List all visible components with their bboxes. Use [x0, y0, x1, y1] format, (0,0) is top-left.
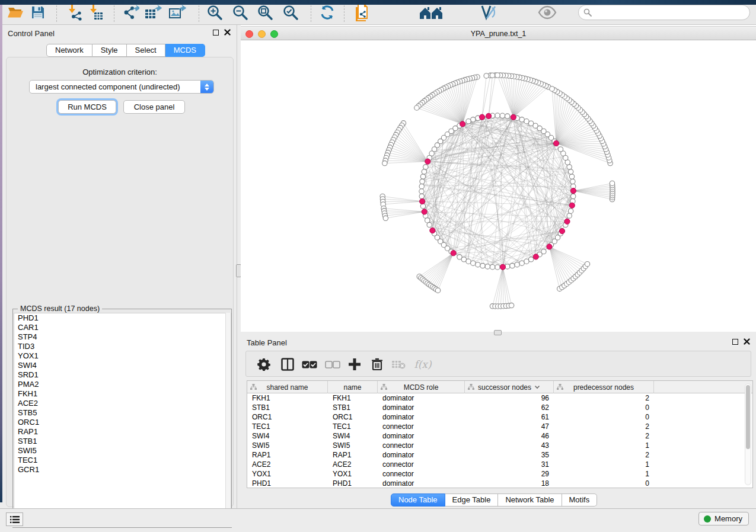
table-row[interactable]: RAP1RAP1dominator352	[247, 450, 752, 460]
gear-icon[interactable]	[255, 355, 273, 373]
network-node[interactable]	[419, 189, 424, 194]
mcds-result-list[interactable]: PHD1CAR1STP4TID3YOX1SWI4SRD1PMA2FKH1ACE2…	[14, 313, 231, 527]
network-node[interactable]	[485, 264, 490, 269]
mcds-result-item[interactable]: STB1	[14, 437, 231, 446]
network-node[interactable]	[435, 288, 440, 293]
network-node[interactable]	[423, 165, 428, 169]
table-row[interactable]: YOX1YOX1connector291	[247, 469, 752, 479]
network-file-icon[interactable]	[352, 3, 371, 22]
network-node[interactable]	[420, 174, 425, 179]
network-node[interactable]	[466, 119, 471, 124]
network-node[interactable]	[471, 261, 476, 265]
network-dominator-node[interactable]	[451, 251, 456, 256]
network-node[interactable]	[419, 184, 424, 188]
table-row[interactable]: FKH1FKH1dominator962	[247, 393, 752, 403]
run-mcds-button[interactable]: Run MCDS	[58, 100, 116, 114]
network-node[interactable]	[567, 165, 572, 169]
import-network-icon[interactable]	[65, 3, 84, 22]
tab-mcds[interactable]: MCDS	[165, 44, 205, 57]
open-folder-icon[interactable]	[6, 3, 25, 22]
network-dominator-node[interactable]	[500, 264, 505, 270]
add-column-icon[interactable]	[346, 355, 363, 373]
network-node[interactable]	[382, 161, 387, 165]
mcds-result-item[interactable]: CAR1	[14, 323, 231, 332]
tab-network[interactable]: Network	[46, 44, 92, 57]
network-node[interactable]	[550, 86, 554, 91]
network-dominator-node[interactable]	[425, 159, 430, 164]
optimization-criterion-select[interactable]: largest connected component (undirected)	[29, 80, 214, 94]
mcds-result-item[interactable]: STP4	[14, 332, 231, 342]
network-node[interactable]	[471, 117, 476, 122]
network-node[interactable]	[519, 261, 524, 265]
zoom-fit-icon[interactable]	[256, 3, 275, 22]
network-node[interactable]	[558, 147, 563, 152]
mcds-result-item[interactable]: RAP1	[14, 427, 231, 437]
network-node[interactable]	[420, 204, 425, 209]
network-node[interactable]	[570, 179, 575, 184]
save-icon[interactable]	[28, 3, 47, 22]
split-columns-icon[interactable]	[279, 355, 296, 373]
search-field[interactable]	[578, 5, 750, 20]
network-dominator-node[interactable]	[570, 188, 576, 194]
network-node[interactable]	[466, 259, 471, 264]
network-node[interactable]	[414, 105, 419, 110]
network-node[interactable]	[510, 263, 515, 268]
table-row[interactable]: SWI4SWI4dominator462	[247, 431, 752, 441]
network-dominator-node[interactable]	[486, 113, 491, 118]
export-table-icon[interactable]	[143, 3, 162, 22]
table-row[interactable]: ACE2ACE2connector311	[247, 460, 752, 469]
network-node[interactable]	[528, 257, 533, 262]
tab-motifs[interactable]: Motifs	[562, 493, 598, 507]
mcds-result-item[interactable]: TEC1	[14, 456, 231, 465]
refresh-icon[interactable]	[318, 3, 337, 22]
network-node[interactable]	[515, 262, 519, 267]
network-dominator-node[interactable]	[533, 254, 538, 259]
table-scrollbar[interactable]	[745, 383, 751, 485]
column-header[interactable]: successor nodes	[465, 381, 554, 393]
table-row[interactable]: TEC1TEC1connector472	[247, 422, 752, 431]
zoom-selected-icon[interactable]	[281, 3, 300, 22]
network-node[interactable]	[420, 179, 425, 184]
mcds-result-item[interactable]: SWI4	[14, 361, 231, 370]
table-row[interactable]: STB1STB1dominator620	[247, 403, 752, 412]
tab-edge-table[interactable]: Edge Table	[445, 493, 499, 507]
export-image-icon[interactable]	[168, 3, 187, 22]
mcds-result-item[interactable]: SWI5	[14, 446, 231, 456]
network-node[interactable]	[505, 114, 510, 118]
tab-select[interactable]: Select	[127, 44, 165, 57]
network-node[interactable]	[484, 73, 489, 78]
zoom-in-icon[interactable]	[205, 3, 224, 22]
table-scrollbar-thumb[interactable]	[746, 385, 750, 449]
column-header[interactable]: predecessor nodes	[554, 381, 654, 393]
show-all-icon[interactable]	[417, 3, 445, 22]
network-node[interactable]	[422, 169, 426, 174]
memory-button[interactable]: Memory	[698, 512, 749, 525]
function-builder-icon[interactable]: f(x)	[411, 355, 435, 373]
network-node[interactable]	[568, 209, 573, 213]
network-node[interactable]	[585, 262, 589, 267]
network-graph[interactable]	[241, 41, 756, 332]
tab-network-table[interactable]: Network Table	[498, 493, 562, 507]
network-node[interactable]	[500, 113, 505, 118]
network-node[interactable]	[383, 216, 388, 220]
network-node[interactable]	[571, 194, 576, 198]
network-dominator-node[interactable]	[511, 114, 516, 120]
delete-column-icon[interactable]	[368, 355, 386, 373]
mcds-result-scrollbar[interactable]	[225, 313, 231, 527]
close-panel-icon[interactable]	[224, 29, 231, 36]
export-network-icon[interactable]	[121, 3, 140, 22]
table-row[interactable]: ORC1ORC1dominator610	[247, 412, 752, 422]
network-node[interactable]	[519, 117, 524, 122]
network-dominator-node[interactable]	[422, 209, 427, 214]
network-dominator-node[interactable]	[420, 198, 425, 204]
show-hidden-eye-icon[interactable]	[538, 3, 557, 22]
close-panel-button[interactable]: Close panel	[123, 100, 185, 114]
column-header[interactable]: name	[328, 381, 378, 393]
delete-table-icon[interactable]	[390, 355, 407, 373]
search-input[interactable]	[592, 7, 749, 18]
mcds-result-item[interactable]: ORC1	[14, 418, 231, 427]
network-node[interactable]	[419, 194, 424, 198]
tab-style[interactable]: Style	[92, 44, 127, 57]
mcds-result-item[interactable]: FKH1	[14, 389, 231, 399]
mcds-result-item[interactable]: YOX1	[14, 351, 231, 361]
